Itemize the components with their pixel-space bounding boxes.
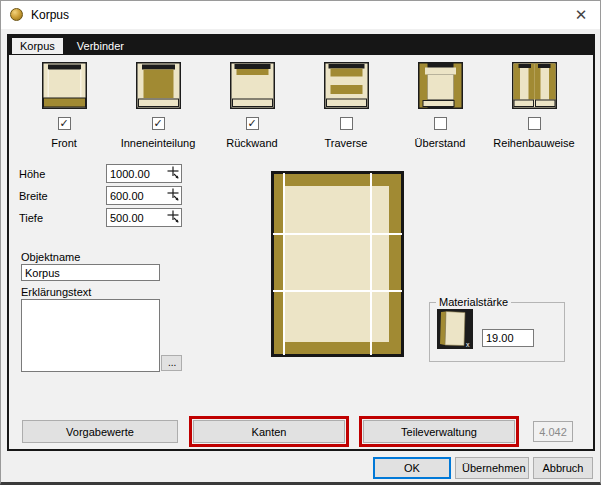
app-icon [10, 8, 23, 21]
tab-page-korpus: ✓ Front ✓ Inneneinteilung [9, 55, 589, 445]
abbruch-button[interactable]: Abbruch [533, 457, 593, 479]
tab-bar: Korpus Verbinder [9, 36, 593, 55]
material-thickness-icon[interactable]: x [437, 309, 473, 349]
tab-verbinder[interactable]: Verbinder [69, 38, 132, 54]
kanten-button[interactable]: Kanten [193, 420, 345, 443]
hoehe-row: Höhe [19, 165, 182, 182]
more-button[interactable]: ... [161, 355, 182, 371]
traverse-checkbox[interactable] [340, 117, 353, 130]
teileverwaltung-highlight: Teileverwaltung [359, 416, 519, 447]
overhang-icon [418, 62, 463, 109]
measure-pick-icon[interactable] [166, 188, 180, 202]
reihenbauweise-label: Reihenbauweise [493, 137, 574, 149]
option-rueckwand: ✓ Rückwand [205, 62, 299, 149]
materialstaerke-group: Materialstärke x [429, 302, 565, 362]
erklaerungstext-label: Erklärungstext [21, 286, 91, 298]
option-front: ✓ Front [17, 62, 111, 149]
checkmark-icon: ✓ [247, 118, 256, 129]
close-icon: ✕ [575, 6, 588, 24]
back-panel-icon [230, 62, 275, 109]
uebernehmen-button[interactable]: Übernehmen [455, 457, 529, 479]
close-button[interactable]: ✕ [564, 1, 598, 29]
version-badge: 4.042 [533, 421, 573, 442]
front-icon [42, 62, 87, 109]
korpus-dialog: Korpus ✕ Korpus Verbinder [0, 0, 601, 485]
vorgabewerte-button[interactable]: Vorgabewerte [22, 420, 178, 443]
ueberstand-label: Überstand [415, 137, 466, 149]
screenshot-stage: Korpus ✕ Korpus Verbinder [0, 0, 601, 488]
inneneinteilung-label: Inneneinteilung [121, 137, 196, 149]
ok-button[interactable]: OK [373, 457, 451, 479]
teileverwaltung-button[interactable]: Teileverwaltung [363, 420, 515, 443]
kanten-highlight: Kanten [189, 416, 349, 447]
hoehe-label: Höhe [19, 168, 106, 180]
cabinet-preview [271, 171, 404, 357]
ueberstand-checkbox[interactable] [434, 117, 447, 130]
breite-row: Breite [19, 187, 182, 204]
erklaerungstext-textarea[interactable] [21, 299, 160, 372]
objektname-label: Objektname [21, 251, 80, 263]
traverse-icon [324, 62, 369, 109]
inneneinteilung-checkbox[interactable]: ✓ [152, 117, 165, 130]
row-construction-icon [512, 62, 557, 109]
reihenbauweise-checkbox[interactable] [528, 117, 541, 130]
measure-pick-icon[interactable] [166, 166, 180, 180]
option-traverse: Traverse [299, 62, 393, 149]
checkmark-icon: ✓ [59, 118, 68, 129]
checkmark-icon: ✓ [153, 118, 162, 129]
option-ueberstand: Überstand [393, 62, 487, 149]
materialstaerke-legend: Materialstärke [436, 296, 511, 308]
tab-frame: Korpus Verbinder ✓ Front [7, 34, 595, 451]
traverse-label: Traverse [325, 137, 368, 149]
option-inneneinteilung: ✓ Inneneinteilung [111, 62, 205, 149]
inner-division-icon [136, 62, 181, 109]
footer-button-row: OK Übernehmen Abbruch [373, 457, 593, 479]
material-thickness-input[interactable] [482, 329, 534, 347]
option-reihenbauweise: Reihenbauweise [487, 62, 581, 149]
option-row: ✓ Front ✓ Inneneinteilung [9, 62, 589, 149]
rueckwand-label: Rückwand [226, 137, 277, 149]
objektname-input[interactable] [21, 264, 160, 281]
front-label: Front [51, 137, 77, 149]
measure-pick-icon[interactable] [166, 210, 180, 224]
tab-korpus[interactable]: Korpus [12, 38, 63, 54]
breite-label: Breite [19, 190, 106, 202]
tiefe-row: Tiefe [19, 209, 182, 226]
svg-text:x: x [466, 341, 470, 348]
window-title: Korpus [31, 8, 69, 22]
tiefe-label: Tiefe [19, 212, 106, 224]
dimension-fields: Höhe Breite [19, 165, 182, 231]
rueckwand-checkbox[interactable]: ✓ [246, 117, 259, 130]
title-bar[interactable]: Korpus ✕ [1, 1, 600, 29]
front-checkbox[interactable]: ✓ [58, 117, 71, 130]
